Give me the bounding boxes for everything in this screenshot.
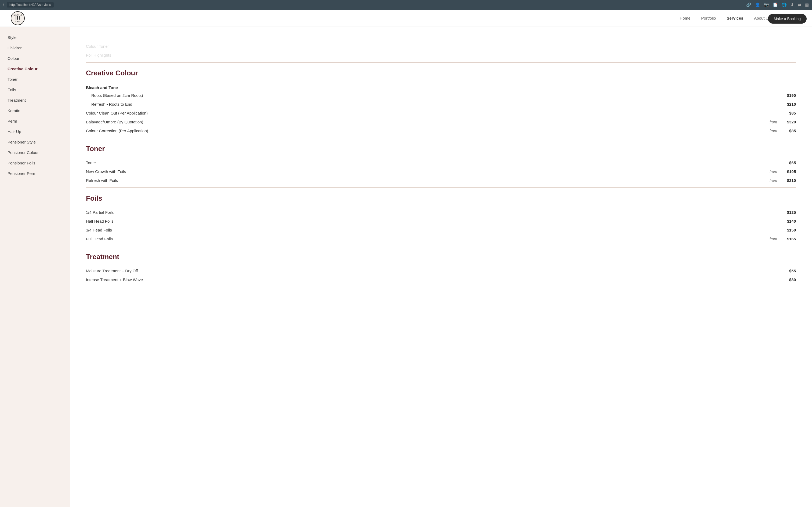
faded-services-top: Colour Toner Foil Highlights (86, 42, 796, 62)
service-price: $320 (780, 120, 796, 124)
service-from-label: from (770, 170, 777, 174)
service-price: $125 (780, 210, 796, 215)
section-divider (86, 187, 796, 188)
sidebar-item-pensioner-colour[interactable]: Pensioner Colour (0, 147, 70, 158)
body-layout: Style Children Colour Creative Colour To… (0, 37, 812, 303)
service-name: Toner (86, 160, 780, 165)
service-price: $140 (780, 219, 796, 223)
service-from-label: from (770, 129, 777, 133)
service-name: Intense Treatment + Blow Wave (86, 277, 780, 282)
info-icon: ℹ (3, 3, 5, 7)
section-title-foils: Foils (86, 194, 796, 203)
service-price: $210 (780, 102, 796, 107)
section-creative-colour: Creative Colour Bleach and Tone Roots (B… (86, 62, 796, 135)
extensions-icon[interactable]: 🔗 (746, 2, 751, 7)
sidebar-item-treatment[interactable]: Treatment (0, 95, 70, 105)
service-name: Refresh - Roots to End (91, 102, 780, 107)
service-row-half-head-foils: Half Head Foils $140 (86, 217, 796, 226)
service-price: $165 (780, 237, 796, 241)
sidebar-icon[interactable]: ▦ (805, 2, 809, 7)
sidebar: Style Children Colour Creative Colour To… (0, 27, 70, 303)
site-header: INSTYLE IH HAIR Home Portfolio Services … (0, 10, 812, 27)
service-name: Colour Correction (Per Application) (86, 128, 770, 133)
service-price: $150 (780, 228, 796, 232)
service-name: New Growth with Foils (86, 169, 770, 174)
section-divider (86, 138, 796, 138)
browser-chrome: ℹ http://localhost:4322/services 🔗 👤 📷 📑… (0, 0, 812, 10)
service-row-refresh-roots: Refresh - Roots to End $210 (86, 100, 796, 109)
service-price: $80 (780, 277, 796, 282)
sidebar-item-pensioner-perm[interactable]: Pensioner Perm (0, 168, 70, 179)
service-from-label: from (770, 120, 777, 124)
globe-icon[interactable]: 🌐 (782, 2, 787, 7)
service-price: $210 (780, 178, 796, 183)
section-title-toner: Toner (86, 145, 796, 153)
sidebar-item-pensioner-style[interactable]: Pensioner Style (0, 137, 70, 147)
service-name: 1/4 Partial Foils (86, 210, 780, 215)
service-row-refresh-foils: Refresh with Foils from $210 (86, 176, 796, 185)
browser-toolbar: 🔗 👤 📷 📑 🌐 ⬇ ⇄ ▦ (746, 2, 809, 7)
service-price: $190 (780, 93, 796, 98)
download-icon[interactable]: ⬇ (791, 2, 794, 7)
sidebar-item-keratin[interactable]: Keratin (0, 105, 70, 116)
faded-service-name: Colour Toner (86, 44, 780, 49)
service-row-colour-correction: Colour Correction (Per Application) from… (86, 126, 796, 135)
service-price: $85 (780, 111, 796, 115)
service-name: Moisture Treatment + Dry Off (86, 269, 780, 273)
service-row-moisture-treatment: Moisture Treatment + Dry Off $55 (86, 266, 796, 275)
service-name: Balayage/Ombre (By Quotation) (86, 120, 770, 124)
service-row-new-growth-foils: New Growth with Foils from $195 (86, 167, 796, 176)
sidebar-item-hair-up[interactable]: Hair Up (0, 126, 70, 137)
main-content: Colour Toner Foil Highlights Creative Co… (70, 37, 812, 303)
sidebar-item-creative-colour[interactable]: Creative Colour (0, 64, 70, 74)
service-row-quarter-foils: 1/4 Partial Foils $125 (86, 208, 796, 217)
sidebar-item-children[interactable]: Children (0, 43, 70, 53)
sidebar-item-colour[interactable]: Colour (0, 53, 70, 64)
service-name: 3/4 Head Foils (86, 228, 780, 232)
nav-portfolio[interactable]: Portfolio (701, 16, 716, 20)
faded-row-foil-highlights: Foil Highlights (86, 51, 796, 60)
sidebar-item-pensioner-foils[interactable]: Pensioner Foils (0, 158, 70, 168)
section-foils: Foils 1/4 Partial Foils $125 Half Head F… (86, 187, 796, 243)
service-row-roots: Roots (Based on 2cm Roots) $190 (86, 91, 796, 100)
section-title-creative-colour: Creative Colour (86, 69, 796, 77)
bookmarks-icon[interactable]: 📑 (773, 2, 778, 7)
section-title-treatment: Treatment (86, 253, 796, 261)
service-price: $85 (780, 128, 796, 133)
section-treatment: Treatment Moisture Treatment + Dry Off $… (86, 246, 796, 284)
service-from-label: from (770, 178, 777, 183)
faded-service-name: Foil Highlights (86, 53, 780, 57)
sidebar-item-perm[interactable]: Perm (0, 116, 70, 126)
logo-text: INSTYLE IH HAIR (13, 14, 22, 22)
logo[interactable]: INSTYLE IH HAIR (11, 11, 25, 25)
service-name: Refresh with Foils (86, 178, 770, 183)
service-name: Half Head Foils (86, 219, 780, 223)
browser-url[interactable]: http://localhost:4322/services (7, 2, 54, 7)
nav-services[interactable]: Services (727, 16, 743, 20)
sub-group-bleach-tone: Bleach and Tone (86, 82, 796, 91)
faded-row-colour-toner: Colour Toner (86, 42, 796, 51)
service-row-three-quarter-foils: 3/4 Head Foils $150 (86, 226, 796, 234)
make-booking-button[interactable]: Make a Booking (768, 14, 807, 23)
nav-home[interactable]: Home (679, 16, 690, 20)
service-from-label: from (770, 237, 777, 241)
extensions2-icon[interactable]: ⇄ (798, 2, 801, 7)
profile-icon[interactable]: 👤 (755, 2, 760, 7)
sidebar-item-style[interactable]: Style (0, 32, 70, 43)
service-name: Colour Clean Out (Per Application) (86, 111, 780, 115)
service-row-intense-treatment: Intense Treatment + Blow Wave $80 (86, 275, 796, 284)
service-row-colour-clean-out: Colour Clean Out (Per Application) $85 (86, 109, 796, 117)
service-price: $195 (780, 169, 796, 174)
camera-icon[interactable]: 📷 (764, 2, 769, 7)
sidebar-item-toner[interactable]: Toner (0, 74, 70, 84)
service-row-toner: Toner $65 (86, 158, 796, 167)
service-name: Full Head Foils (86, 237, 770, 241)
service-price: $65 (780, 160, 796, 165)
service-name: Roots (Based on 2cm Roots) (91, 93, 780, 98)
service-price: $55 (780, 269, 796, 273)
sidebar-item-foils[interactable]: Foils (0, 84, 70, 95)
logo-circle: INSTYLE IH HAIR (11, 11, 25, 25)
section-toner: Toner Toner $65 New Growth with Foils fr… (86, 138, 796, 185)
service-row-full-head-foils: Full Head Foils from $165 (86, 234, 796, 243)
service-row-balayage: Balayage/Ombre (By Quotation) from $320 (86, 117, 796, 126)
